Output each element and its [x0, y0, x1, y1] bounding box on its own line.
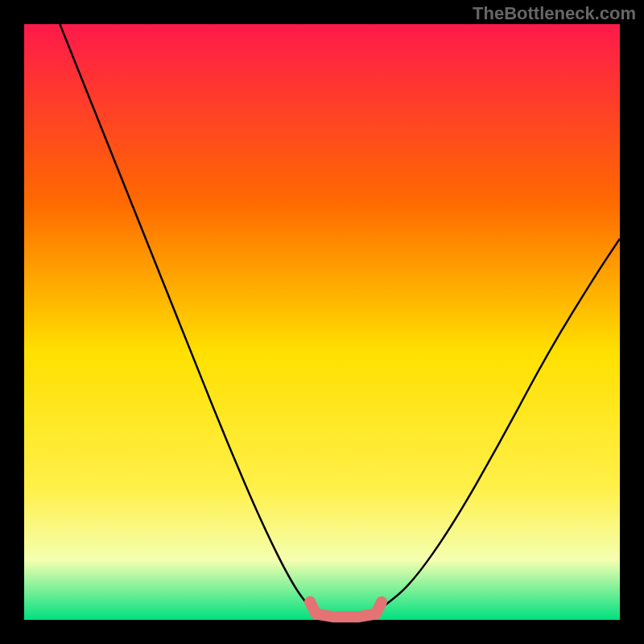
chart-svg: [0, 0, 644, 644]
plot-background: [24, 24, 620, 620]
bottleneck-chart: TheBottleneck.com: [0, 0, 644, 644]
watermark-text: TheBottleneck.com: [473, 3, 636, 24]
valley-dot: [304, 597, 316, 608]
